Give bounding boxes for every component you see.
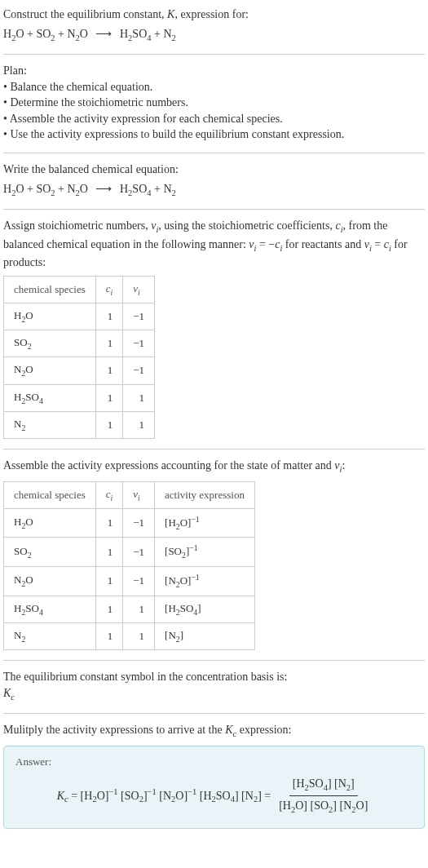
divider xyxy=(3,209,425,210)
cell-species: SO2 xyxy=(4,538,96,567)
activity-table: chemical species ci νi activity expressi… xyxy=(3,481,255,650)
cell-c: 1 xyxy=(95,622,123,649)
cell-activity: [SO2]−1 xyxy=(155,538,255,567)
fraction: [H2SO4] [N2] [H2O] [SO2] [N2O] xyxy=(276,776,371,817)
stoich-intro: Assign stoichiometric numbers, νi, using… xyxy=(3,218,425,271)
cell-species: N2 xyxy=(4,622,96,649)
arrow-icon: ⟶ xyxy=(95,28,112,40)
plan-item: Determine the stoichiometric numbers. xyxy=(3,95,425,111)
col-c: ci xyxy=(95,276,123,303)
balanced-intro: Write the balanced chemical equation: xyxy=(3,162,425,178)
table-header-row: chemical species ci νi activity expressi… xyxy=(4,481,255,508)
activity-section: Assemble the activity expressions accoun… xyxy=(3,458,425,650)
answer-box: Answer: Kc = [H2O]−1 [SO2]−1 [N2O]−1 [H2… xyxy=(3,746,425,829)
plan-item: Balance the chemical equation. xyxy=(3,79,425,95)
cell-nu: −1 xyxy=(123,566,155,596)
stoich-section: Assign stoichiometric numbers, νi, using… xyxy=(3,218,425,439)
cell-nu: −1 xyxy=(123,303,155,330)
table-row: H2SO411 xyxy=(4,384,155,411)
answer-label: Answer: xyxy=(15,755,413,769)
cell-nu: −1 xyxy=(123,330,155,357)
cell-activity: [H2O]−1 xyxy=(155,508,255,538)
cell-species: N2O xyxy=(4,566,96,596)
cell-c: 1 xyxy=(95,566,123,596)
multiply-intro: Mulitply the activity expressions to arr… xyxy=(3,722,425,740)
prompt-suffix: , expression for: xyxy=(174,8,249,20)
cell-nu: 1 xyxy=(123,411,155,438)
prompt-text: Construct the equilibrium constant, xyxy=(3,8,167,20)
cell-nu: 1 xyxy=(123,622,155,649)
stoich-table: chemical species ci νi H2O1−1 SO21−1 N2O… xyxy=(3,276,155,439)
table-row: N2O1−1 xyxy=(4,357,155,384)
divider xyxy=(3,54,425,55)
fraction-denominator: [H2O] [SO2] [N2O] xyxy=(276,796,371,816)
arrow-icon: ⟶ xyxy=(95,183,112,195)
cell-nu: 1 xyxy=(123,596,155,622)
cell-c: 1 xyxy=(95,596,123,622)
cell-species: H2SO4 xyxy=(4,384,96,411)
table-row: SO21−1 xyxy=(4,330,155,357)
table-row: SO21−1[SO2]−1 xyxy=(4,538,255,567)
col-activity: activity expression xyxy=(155,481,255,508)
cell-nu: −1 xyxy=(123,357,155,384)
cell-c: 1 xyxy=(95,303,123,330)
cell-activity: [N2O]−1 xyxy=(155,566,255,596)
cell-nu: −1 xyxy=(123,538,155,567)
cell-species: N2O xyxy=(4,357,96,384)
divider xyxy=(3,660,425,661)
cell-c: 1 xyxy=(95,538,123,567)
cell-c: 1 xyxy=(95,508,123,538)
cell-species: H2SO4 xyxy=(4,596,96,622)
table-header-row: chemical species ci νi xyxy=(4,276,155,303)
K-symbol: K xyxy=(167,8,174,20)
table-row: N211[N2] xyxy=(4,622,255,649)
col-nu: νi xyxy=(123,481,155,508)
divider xyxy=(3,713,425,714)
table-row: H2O1−1[H2O]−1 xyxy=(4,508,255,538)
symbol-Kc: Kc xyxy=(3,685,425,703)
col-c: ci xyxy=(95,481,123,508)
input-equation: H2O + SO2 + N2O ⟶ H2SO4 + N2 xyxy=(3,26,425,44)
cell-nu: 1 xyxy=(123,384,155,411)
balanced-section: Write the balanced chemical equation: H2… xyxy=(3,162,425,199)
cell-species: N2 xyxy=(4,411,96,438)
fraction-numerator: [H2SO4] [N2] xyxy=(289,776,358,796)
multiply-section: Mulitply the activity expressions to arr… xyxy=(3,722,425,829)
plan-title: Plan: xyxy=(3,63,425,79)
answer-expression: Kc = [H2O]−1 [SO2]−1 [N2O]−1 [H2SO4] [N2… xyxy=(15,776,413,817)
divider xyxy=(3,449,425,450)
plan-list: Balance the chemical equation. Determine… xyxy=(3,79,425,143)
cell-c: 1 xyxy=(95,330,123,357)
plan-item: Assemble the activity expression for eac… xyxy=(3,111,425,127)
cell-c: 1 xyxy=(95,384,123,411)
symbol-intro: The equilibrium constant symbol in the c… xyxy=(3,669,425,685)
activity-intro: Assemble the activity expressions accoun… xyxy=(3,458,425,476)
plan-item: Use the activity expressions to build th… xyxy=(3,126,425,143)
cell-activity: [H2SO4] xyxy=(155,596,255,622)
cell-species: H2O xyxy=(4,508,96,538)
cell-species: H2O xyxy=(4,303,96,330)
divider xyxy=(3,153,425,153)
table-row: H2O1−1 xyxy=(4,303,155,330)
cell-species: SO2 xyxy=(4,330,96,357)
col-species: chemical species xyxy=(4,276,96,303)
header-prompt: Construct the equilibrium constant, K, e… xyxy=(3,7,425,44)
cell-activity: [N2] xyxy=(155,622,255,649)
cell-nu: −1 xyxy=(123,508,155,538)
plan-section: Plan: Balance the chemical equation. Det… xyxy=(3,63,425,143)
table-row: N2O1−1[N2O]−1 xyxy=(4,566,255,596)
cell-c: 1 xyxy=(95,411,123,438)
table-row: H2SO411[H2SO4] xyxy=(4,596,255,622)
balanced-equation: H2O + SO2 + N2O ⟶ H2SO4 + N2 xyxy=(3,181,425,199)
table-row: N211 xyxy=(4,411,155,438)
symbol-section: The equilibrium constant symbol in the c… xyxy=(3,669,425,703)
col-species: chemical species xyxy=(4,481,96,508)
col-nu: νi xyxy=(123,276,155,303)
cell-c: 1 xyxy=(95,357,123,384)
